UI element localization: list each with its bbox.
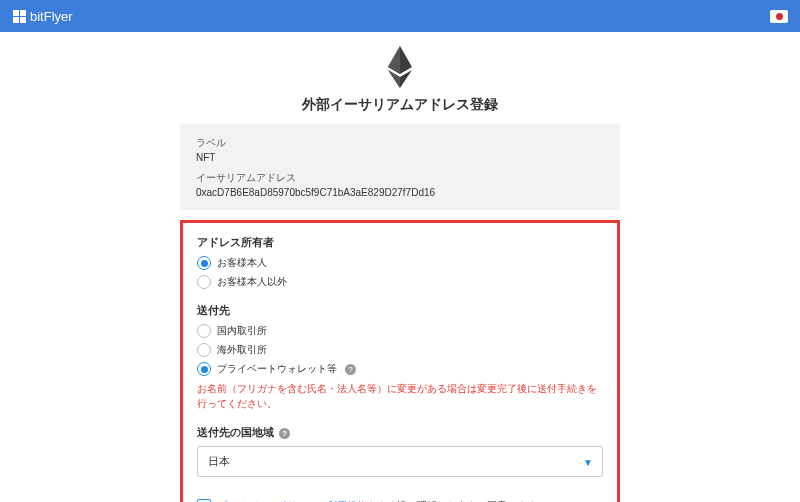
destination-section: 送付先 国内取引所 海外取引所 プライベートウォレット等 ? お名前（フリガナを… xyxy=(197,303,603,411)
flag-dot-icon xyxy=(776,13,783,20)
brand-logo[interactable]: bitFlyer xyxy=(12,9,73,24)
owner-option-other[interactable]: お客様本人以外 xyxy=(197,275,603,289)
address-value: 0xacD7B6E8aD85970bc5f9C71bA3aE829D27f7Dd… xyxy=(196,187,604,198)
radio-icon xyxy=(197,362,211,376)
form-highlight-box: アドレス所有者 お客様本人 お客様本人以外 送付先 国内取引所 海外取引所 xyxy=(180,220,620,502)
owner-option-label: お客様本人 xyxy=(217,256,267,270)
label-value: NFT xyxy=(196,152,604,163)
hero: 外部イーサリアムアドレス登録 xyxy=(180,46,620,114)
logo-icon xyxy=(12,9,26,23)
country-title: 送付先の国地域 ? xyxy=(197,425,603,440)
radio-icon xyxy=(197,275,211,289)
svg-marker-1 xyxy=(388,46,400,74)
help-icon[interactable]: ? xyxy=(279,428,290,439)
destination-option-label: 海外取引所 xyxy=(217,343,267,357)
destination-option-private-wallet[interactable]: プライベートウォレット等 ? xyxy=(197,362,603,376)
country-select-wrap: 日本 ▼ xyxy=(197,446,603,477)
destination-option-overseas[interactable]: 海外取引所 xyxy=(197,343,603,357)
page-title: 外部イーサリアムアドレス登録 xyxy=(180,96,620,114)
ethereum-icon xyxy=(387,46,413,88)
summary-box: ラベル NFT イーサリアムアドレス 0xacD7B6E8aD85970bc5f… xyxy=(180,124,620,210)
main-container: 外部イーサリアムアドレス登録 ラベル NFT イーサリアムアドレス 0xacD7… xyxy=(180,32,620,502)
locale-flag-jp[interactable] xyxy=(770,10,788,23)
name-change-warning: お名前（フリガナを含む氏名・法人名等）に変更がある場合は変更完了後に送付手続きを… xyxy=(197,381,603,411)
label-title: ラベル xyxy=(196,136,604,150)
country-section: 送付先の国地域 ? 日本 ▼ xyxy=(197,425,603,477)
radio-icon xyxy=(197,256,211,270)
address-title: イーサリアムアドレス xyxy=(196,171,604,185)
destination-option-label: プライベートウォレット等 xyxy=(217,362,337,376)
destination-option-domestic[interactable]: 国内取引所 xyxy=(197,324,603,338)
owner-option-label: お客様本人以外 xyxy=(217,275,287,289)
destination-option-label: 国内取引所 xyxy=(217,324,267,338)
destination-title: 送付先 xyxy=(197,303,603,318)
radio-icon xyxy=(197,324,211,338)
country-title-text: 送付先の国地域 xyxy=(197,426,274,438)
owner-option-self[interactable]: お客様本人 xyxy=(197,256,603,270)
country-select[interactable]: 日本 xyxy=(197,446,603,477)
owner-title: アドレス所有者 xyxy=(197,235,603,250)
app-header: bitFlyer xyxy=(0,0,800,32)
brand-name: bitFlyer xyxy=(30,9,73,24)
help-icon[interactable]: ? xyxy=(345,364,356,375)
owner-section: アドレス所有者 お客様本人 お客様本人以外 xyxy=(197,235,603,289)
consent-row: プライバシーポリシー・利用規約をよく読み理解したうえで同意します xyxy=(197,491,603,502)
radio-icon xyxy=(197,343,211,357)
